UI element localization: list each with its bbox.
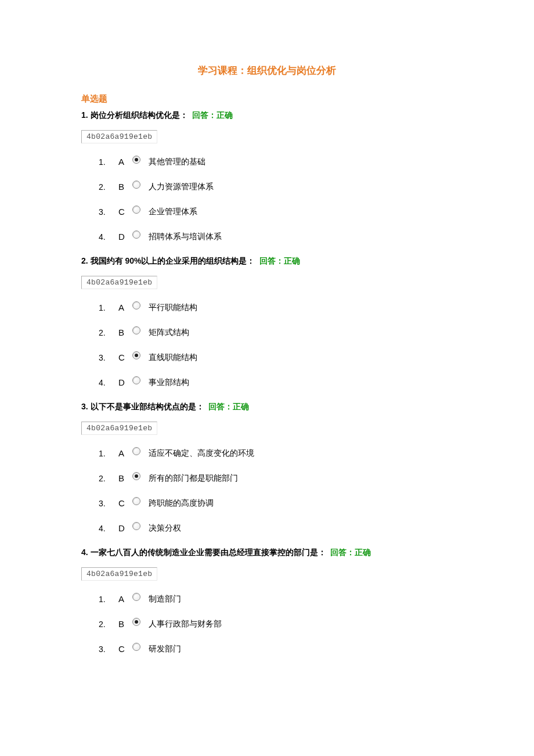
radio-wrap (132, 522, 149, 532)
code-token: 4b02a6a919e1eb (81, 422, 157, 435)
option-letter: C (118, 352, 132, 362)
option-row: 2.B矩阵式结构 (99, 327, 453, 338)
question-block: 3. 以下不是事业部结构优点的是： 回答：正确4b02a6a919e1eb1.A… (81, 402, 453, 534)
option-index: 1. (99, 157, 118, 167)
answer-value: 正确 (217, 110, 233, 120)
question-list: 1. 岗位分析组织结构优化是： 回答：正确4b02a6a919e1eb1.A其他… (81, 110, 453, 654)
radio-wrap (132, 472, 149, 482)
option-text: 事业部结构 (149, 377, 189, 388)
option-letter: C (118, 644, 132, 654)
option-index: 1. (99, 449, 118, 458)
option-row: 3.C跨职能的高度协调 (99, 498, 453, 509)
radio-button[interactable] (132, 231, 140, 239)
option-row: 1.A其他管理的基础 (99, 156, 453, 167)
option-index: 2. (99, 474, 118, 483)
option-text: 适应不确定、高度变化的环境 (149, 448, 254, 459)
radio-button[interactable] (132, 472, 140, 480)
radio-button[interactable] (132, 497, 140, 505)
radio-wrap (132, 206, 149, 215)
option-row: 3.C直线职能结构 (99, 352, 453, 363)
answer-prefix: 回答： (192, 110, 217, 120)
option-text: 跨职能的高度协调 (149, 498, 214, 509)
radio-button[interactable] (132, 301, 140, 309)
answer-prefix: 回答： (208, 402, 233, 411)
radio-wrap (132, 497, 149, 507)
radio-button[interactable] (132, 351, 140, 359)
option-index: 4. (99, 524, 118, 533)
radio-wrap (132, 618, 149, 628)
option-row: 4.D招聘体系与培训体系 (99, 231, 453, 242)
option-letter: D (118, 232, 132, 242)
option-text: 人力资源管理体系 (149, 181, 214, 192)
answer-label: 回答：正确 (259, 256, 300, 265)
question-stem: 4. 一家七八百人的传统制造业企业需要由总经理直接掌控的部门是： 回答：正确 (81, 548, 453, 558)
option-letter: B (118, 182, 132, 192)
question-text: 以下不是事业部结构优点的是： (91, 402, 204, 411)
answer-prefix: 回答： (259, 256, 284, 265)
radio-button[interactable] (132, 447, 140, 455)
option-letter: C (118, 498, 132, 508)
question-number: 1. (81, 110, 88, 120)
option-index: 1. (99, 595, 118, 604)
radio-button[interactable] (132, 522, 140, 530)
question-number: 2. (81, 256, 88, 265)
option-row: 4.D决策分权 (99, 523, 453, 534)
option-letter: C (118, 207, 132, 217)
course-title: 学习课程：组织优化与岗位分析 (81, 64, 453, 77)
option-letter: A (118, 448, 132, 458)
option-row: 1.A平行职能结构 (99, 302, 453, 313)
option-letter: D (118, 523, 132, 533)
option-list: 1.A其他管理的基础2.B人力资源管理体系3.C企业管理体系4.D招聘体系与培训… (99, 156, 453, 242)
code-token: 4b02a6a919e1eb (81, 276, 157, 289)
answer-value: 正确 (284, 256, 300, 265)
radio-wrap (132, 156, 149, 165)
answer-label: 回答：正确 (208, 402, 249, 411)
option-index: 3. (99, 499, 118, 508)
option-letter: D (118, 377, 132, 387)
section-header: 单选题 (81, 93, 453, 105)
radio-wrap (132, 447, 149, 457)
radio-wrap (132, 376, 149, 386)
option-index: 4. (99, 232, 118, 242)
option-letter: B (118, 327, 132, 337)
option-row: 2.B人力资源管理体系 (99, 181, 453, 192)
radio-button[interactable] (132, 156, 140, 164)
option-index: 2. (99, 328, 118, 337)
option-row: 1.A制造部门 (99, 593, 453, 604)
radio-button[interactable] (132, 181, 140, 189)
document-page: 学习课程：组织优化与岗位分析 单选题 1. 岗位分析组织结构优化是： 回答：正确… (0, 0, 534, 692)
code-token: 4b02a6a919e1eb (81, 130, 157, 143)
option-text: 招聘体系与培训体系 (149, 231, 222, 242)
radio-button[interactable] (132, 376, 140, 384)
radio-button[interactable] (132, 326, 140, 334)
option-text: 人事行政部与财务部 (149, 618, 222, 629)
option-index: 4. (99, 378, 118, 387)
radio-button[interactable] (132, 643, 140, 651)
answer-value: 正确 (355, 548, 371, 557)
radio-button[interactable] (132, 618, 140, 626)
question-block: 2. 我国约有 90%以上的企业采用的组织结构是： 回答：正确4b02a6a91… (81, 256, 453, 388)
question-stem: 1. 岗位分析组织结构优化是： 回答：正确 (81, 110, 453, 121)
radio-wrap (132, 593, 149, 603)
option-letter: A (118, 157, 132, 167)
option-text: 直线职能结构 (149, 352, 197, 363)
question-stem: 2. 我国约有 90%以上的企业采用的组织结构是： 回答：正确 (81, 256, 453, 267)
option-text: 制造部门 (149, 593, 181, 604)
option-row: 3.C研发部门 (99, 643, 453, 654)
radio-wrap (132, 643, 149, 653)
option-index: 2. (99, 620, 118, 629)
radio-wrap (132, 326, 149, 336)
question-number: 4. (81, 548, 88, 557)
radio-wrap (132, 231, 149, 240)
option-row: 2.B人事行政部与财务部 (99, 618, 453, 629)
option-text: 所有的部门都是职能部门 (149, 473, 238, 484)
option-index: 1. (99, 303, 118, 312)
option-index: 3. (99, 645, 118, 654)
radio-button[interactable] (132, 593, 140, 601)
option-text: 决策分权 (149, 523, 181, 534)
question-text: 岗位分析组织结构优化是： (91, 110, 188, 120)
radio-button[interactable] (132, 206, 140, 214)
option-list: 1.A适应不确定、高度变化的环境2.B所有的部门都是职能部门3.C跨职能的高度协… (99, 448, 453, 534)
option-row: 4.D事业部结构 (99, 377, 453, 388)
option-text: 其他管理的基础 (149, 156, 205, 167)
